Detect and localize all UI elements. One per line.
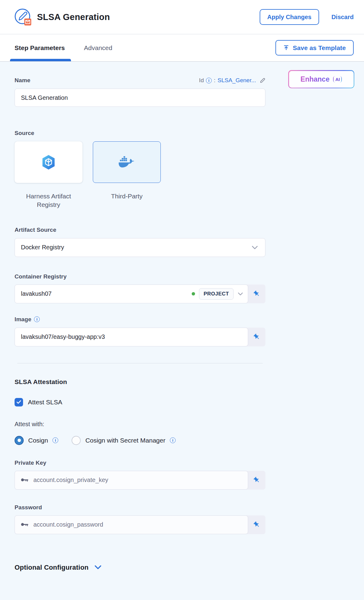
id-separator: : [214,77,215,84]
tab-step-parameters[interactable]: Step Parameters [15,34,65,61]
private-key-label: Private Key [15,460,265,466]
image-pin-icon[interactable] [248,328,265,346]
apply-changes-label: Apply Changes [267,14,312,21]
optional-configuration-toggle[interactable]: Optional Configuration [15,564,265,571]
step-config-header: SLSA Generation Apply Changes Discard [0,0,364,34]
step-id-group: Id : SLSA_Gener... [199,77,265,84]
image-info-icon[interactable] [34,316,40,322]
private-key-field-group: account.cosign_private_key [15,471,265,490]
private-key-pin-icon[interactable] [248,471,265,490]
apply-changes-button[interactable]: Apply Changes [260,9,319,25]
attest-slsa-checkbox-row[interactable]: Attest SLSA [15,398,265,406]
radio-cosign[interactable] [15,436,24,445]
ai-badge-label: AI [334,76,341,83]
name-input[interactable] [15,89,265,107]
name-label: Name [15,77,30,84]
key-icon [21,523,29,527]
discard-button[interactable]: Discard [332,14,354,21]
source-option-label-third-party: Third-Party [93,192,161,209]
image-input[interactable]: lavaksuh07/easy-buggy-app:v3 [15,328,248,346]
enhance-label: Enhance [301,75,330,83]
enhance-ai-button[interactable]: Enhance AI [288,70,354,88]
password-value: account.cosign_password [33,521,103,528]
chevron-down-icon [94,565,102,570]
radio-option-cosign[interactable]: Cosign [15,436,58,445]
source-card-third-party[interactable] [93,141,161,183]
source-card-harness-artifact-registry[interactable] [15,141,83,183]
image-label: Image [15,316,31,323]
radio-option-cosign-secret-manager[interactable]: Cosign with Secret Manager [72,436,176,445]
container-registry-label: Container Registry [15,273,265,280]
key-icon [21,478,29,482]
scope-badge: PROJECT [199,288,234,300]
docker-whale-icon [119,156,135,169]
id-label: Id [199,77,204,84]
connector-status-dot [192,292,195,295]
container-registry-pin-icon[interactable] [248,285,265,303]
private-key-secret-input[interactable]: account.cosign_private_key [15,471,248,490]
artifact-source-value: Docker Registry [21,244,64,251]
id-info-icon[interactable] [206,78,212,83]
cosign-secret-manager-info-icon[interactable] [170,437,176,443]
radio-cosign-secret-manager-label: Cosign with Secret Manager [85,437,165,444]
private-key-value: account.cosign_private_key [33,477,108,484]
source-option-label-har: Harness Artifact Registry [15,192,83,209]
tab-advanced[interactable]: Advanced [84,34,112,61]
attest-slsa-label: Attest SLSA [28,399,62,406]
radio-cosign-label: Cosign [28,437,48,444]
chevron-down-icon [252,246,258,249]
optional-configuration-label: Optional Configuration [15,564,89,571]
save-as-template-label: Save as Template [293,44,346,52]
artifact-source-select[interactable]: Docker Registry [15,238,265,257]
container-registry-field-group: lavakush07 PROJECT [15,285,265,303]
password-field-group: account.cosign_password [15,515,265,534]
tab-advanced-label: Advanced [84,44,112,52]
tab-step-parameters-label: Step Parameters [15,44,65,52]
section-divider [17,363,263,363]
slsa-step-icon [14,8,32,26]
container-registry-value: lavakush07 [21,290,192,297]
artifact-source-label: Artifact Source [15,227,265,233]
registry-chevron-down-icon[interactable] [238,292,243,295]
source-label: Source [15,130,265,137]
tab-bar: Step Parameters Advanced Save as Templat… [0,34,364,62]
harness-artifact-registry-icon [41,154,56,170]
discard-label: Discard [332,14,354,20]
cosign-info-icon[interactable] [52,437,58,443]
password-label: Password [15,504,265,511]
container-registry-input[interactable]: lavakush07 PROJECT [15,285,248,303]
password-secret-input[interactable]: account.cosign_password [15,515,248,534]
attest-with-label: Attest with: [15,421,265,428]
enhance-ai-inner: Enhance AI [289,71,354,88]
id-value: SLSA_Gener... [217,77,256,84]
image-label-row: Image [15,316,265,323]
image-field-group: lavaksuh07/easy-buggy-app:v3 [15,328,265,346]
image-value: lavaksuh07/easy-buggy-app:v3 [21,333,243,340]
page-title: SLSA Generation [37,12,260,22]
attest-slsa-checkbox[interactable] [15,398,23,406]
edit-id-icon[interactable] [260,78,265,83]
ai-badge-icon: AI [333,76,342,83]
password-pin-icon[interactable] [248,515,265,534]
radio-cosign-secret-manager[interactable] [72,436,81,445]
upload-icon [283,45,289,51]
slsa-attestation-heading: SLSA Attestation [15,378,265,386]
step-parameters-panel: Enhance AI Name Id : SLSA_Gener... [0,62,364,571]
save-as-template-button[interactable]: Save as Template [275,40,354,56]
attest-with-radio-group: Cosign Cosign with Secret Manager [15,436,265,445]
